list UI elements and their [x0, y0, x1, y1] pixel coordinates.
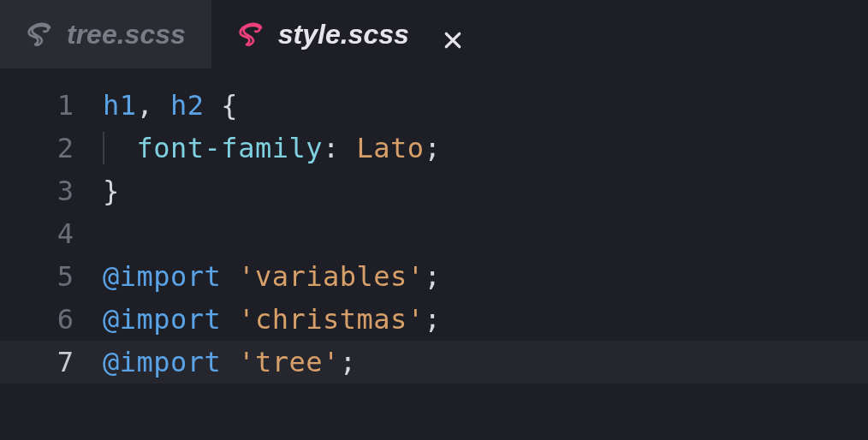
sass-icon: [26, 20, 55, 49]
token: 'tree': [238, 346, 340, 378]
code-line[interactable]: 6@import 'christmas';: [0, 298, 868, 341]
indent-guide: [103, 132, 104, 164]
code-line[interactable]: 5@import 'variables';: [0, 255, 868, 298]
token: }: [103, 175, 120, 207]
token: [221, 303, 238, 336]
token: @import: [103, 303, 221, 336]
token: [221, 260, 238, 293]
code-line[interactable]: 4: [0, 212, 868, 255]
sass-icon: [237, 20, 266, 49]
close-icon[interactable]: [443, 25, 462, 44]
token: font-family: [137, 132, 323, 164]
line-number: 4: [0, 217, 103, 250]
token: @import: [103, 260, 221, 293]
code-content[interactable]: @import 'tree';: [103, 346, 356, 378]
code-content[interactable]: @import 'variables';: [103, 260, 441, 293]
token: ;: [425, 303, 442, 336]
tab-label: style.scss: [278, 19, 409, 51]
code-line[interactable]: 2 font-family: Lato;: [0, 127, 868, 169]
code-content[interactable]: }: [103, 175, 120, 207]
tab-label: tree.scss: [67, 19, 186, 51]
token: @import: [103, 346, 221, 378]
tab-bar: tree.scss style.scss: [0, 0, 868, 68]
code-content[interactable]: font-family: Lato;: [103, 132, 441, 164]
token: Lato: [356, 132, 424, 164]
line-number: 7: [0, 346, 103, 378]
token: ;: [425, 132, 442, 164]
code-line[interactable]: 1h1, h2 {: [0, 84, 868, 127]
token: 'christmas': [238, 303, 424, 336]
token: [103, 132, 137, 164]
code-content[interactable]: @import 'christmas';: [103, 303, 441, 336]
token: ;: [340, 346, 357, 378]
tab-style-scss[interactable]: style.scss: [211, 0, 479, 68]
line-number: 2: [0, 132, 103, 164]
token: ;: [425, 260, 442, 293]
line-number: 6: [0, 303, 103, 336]
code-line[interactable]: 3}: [0, 169, 868, 212]
tab-tree-scss[interactable]: tree.scss: [0, 0, 211, 68]
token: h1: [103, 89, 137, 122]
token: 'variables': [238, 260, 424, 293]
code-line[interactable]: 7@import 'tree';: [0, 341, 868, 384]
code-editor[interactable]: 1h1, h2 {2 font-family: Lato;3}45@import…: [0, 68, 868, 384]
token: h2: [170, 89, 205, 122]
code-content[interactable]: h1, h2 {: [103, 89, 238, 122]
token: ,: [137, 89, 171, 122]
token: {: [205, 89, 239, 122]
token: [221, 346, 238, 378]
line-number: 3: [0, 175, 103, 207]
token: :: [323, 132, 357, 164]
line-number: 1: [0, 89, 103, 122]
line-number: 5: [0, 260, 103, 293]
